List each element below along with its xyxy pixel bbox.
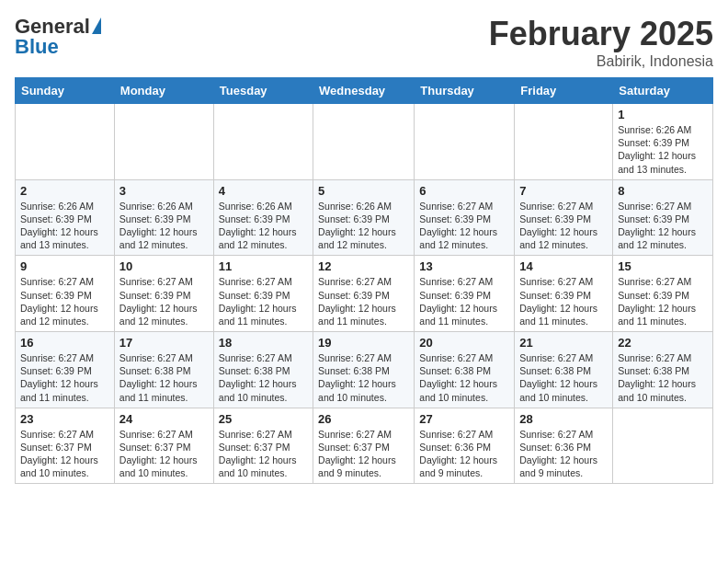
day-number: 10: [119, 259, 209, 273]
cell-info: Sunrise: 6:27 AM Sunset: 6:39 PM Dayligh…: [419, 200, 509, 252]
weekday-monday: Monday: [114, 78, 213, 104]
day-number: 17: [119, 336, 209, 350]
calendar-cell: 19Sunrise: 6:27 AM Sunset: 6:38 PM Dayli…: [313, 332, 415, 408]
cell-info: Sunrise: 6:27 AM Sunset: 6:39 PM Dayligh…: [20, 275, 109, 327]
cell-info: Sunrise: 6:27 AM Sunset: 6:38 PM Dayligh…: [618, 351, 708, 404]
cell-info: Sunrise: 6:27 AM Sunset: 6:39 PM Dayligh…: [20, 351, 109, 404]
cell-info: Sunrise: 6:27 AM Sunset: 6:39 PM Dayligh…: [618, 275, 708, 327]
cell-info: Sunrise: 6:26 AM Sunset: 6:39 PM Dayligh…: [20, 200, 109, 252]
weekday-friday: Friday: [515, 78, 613, 104]
cell-info: Sunrise: 6:27 AM Sunset: 6:38 PM Dayligh…: [419, 351, 509, 404]
calendar-cell: 28Sunrise: 6:27 AM Sunset: 6:36 PM Dayli…: [515, 408, 613, 484]
calendar-cell: [613, 408, 713, 484]
calendar-cell: [313, 104, 415, 180]
calendar-cell: 14Sunrise: 6:27 AM Sunset: 6:39 PM Dayli…: [515, 256, 613, 332]
calendar-cell: 10Sunrise: 6:27 AM Sunset: 6:39 PM Dayli…: [114, 256, 213, 332]
day-number: 4: [219, 184, 308, 198]
calendar-cell: 24Sunrise: 6:27 AM Sunset: 6:37 PM Dayli…: [114, 408, 213, 484]
page-header: General Blue February 2025 Babirik, Indo…: [15, 15, 713, 70]
day-number: 15: [618, 259, 708, 273]
cell-info: Sunrise: 6:27 AM Sunset: 6:38 PM Dayligh…: [519, 351, 608, 404]
cell-info: Sunrise: 6:27 AM Sunset: 6:39 PM Dayligh…: [318, 275, 409, 327]
day-number: 8: [618, 184, 708, 198]
day-number: 20: [419, 336, 509, 350]
calendar-cell: 5Sunrise: 6:26 AM Sunset: 6:39 PM Daylig…: [313, 179, 415, 256]
calendar-cell: [415, 104, 515, 180]
day-number: 2: [20, 184, 109, 198]
calendar-cell: 6Sunrise: 6:27 AM Sunset: 6:39 PM Daylig…: [415, 179, 515, 256]
day-number: 12: [318, 259, 409, 273]
calendar-cell: 25Sunrise: 6:27 AM Sunset: 6:37 PM Dayli…: [213, 408, 313, 484]
cell-info: Sunrise: 6:27 AM Sunset: 6:37 PM Dayligh…: [20, 428, 109, 480]
calendar-cell: 3Sunrise: 6:26 AM Sunset: 6:39 PM Daylig…: [114, 179, 213, 256]
calendar-cell: 4Sunrise: 6:26 AM Sunset: 6:39 PM Daylig…: [213, 179, 313, 256]
day-number: 23: [20, 412, 109, 426]
calendar-table: SundayMondayTuesdayWednesdayThursdayFrid…: [15, 77, 713, 484]
week-row-3: 16Sunrise: 6:27 AM Sunset: 6:39 PM Dayli…: [16, 332, 713, 408]
calendar-cell: 23Sunrise: 6:27 AM Sunset: 6:37 PM Dayli…: [16, 408, 115, 484]
weekday-saturday: Saturday: [613, 78, 713, 104]
calendar-cell: 8Sunrise: 6:27 AM Sunset: 6:39 PM Daylig…: [613, 179, 713, 256]
calendar-cell: 7Sunrise: 6:27 AM Sunset: 6:39 PM Daylig…: [515, 179, 613, 256]
day-number: 14: [519, 259, 608, 273]
day-number: 11: [219, 259, 308, 273]
logo-triangle-icon: [92, 17, 101, 34]
day-number: 27: [419, 412, 509, 426]
calendar-cell: 13Sunrise: 6:27 AM Sunset: 6:39 PM Dayli…: [415, 256, 515, 332]
cell-info: Sunrise: 6:27 AM Sunset: 6:38 PM Dayligh…: [119, 351, 209, 404]
calendar-cell: 11Sunrise: 6:27 AM Sunset: 6:39 PM Dayli…: [213, 256, 313, 332]
cell-info: Sunrise: 6:27 AM Sunset: 6:39 PM Dayligh…: [219, 275, 308, 327]
calendar-cell: 9Sunrise: 6:27 AM Sunset: 6:39 PM Daylig…: [16, 256, 115, 332]
day-number: 9: [20, 259, 109, 273]
week-row-2: 9Sunrise: 6:27 AM Sunset: 6:39 PM Daylig…: [16, 256, 713, 332]
calendar-cell: 20Sunrise: 6:27 AM Sunset: 6:38 PM Dayli…: [415, 332, 515, 408]
location: Babirik, Indonesia: [489, 53, 713, 70]
cell-info: Sunrise: 6:27 AM Sunset: 6:39 PM Dayligh…: [618, 200, 708, 252]
title-block: February 2025 Babirik, Indonesia: [489, 15, 713, 70]
day-number: 26: [318, 412, 409, 426]
cell-info: Sunrise: 6:27 AM Sunset: 6:39 PM Dayligh…: [519, 200, 608, 252]
day-number: 13: [419, 259, 509, 273]
cell-info: Sunrise: 6:26 AM Sunset: 6:39 PM Dayligh…: [618, 123, 708, 176]
day-number: 21: [519, 336, 608, 350]
calendar-cell: [114, 104, 213, 180]
weekday-wednesday: Wednesday: [313, 78, 415, 104]
calendar-cell: 17Sunrise: 6:27 AM Sunset: 6:38 PM Dayli…: [114, 332, 213, 408]
day-number: 7: [519, 184, 608, 198]
cell-info: Sunrise: 6:26 AM Sunset: 6:39 PM Dayligh…: [318, 200, 409, 252]
week-row-1: 2Sunrise: 6:26 AM Sunset: 6:39 PM Daylig…: [16, 179, 713, 256]
calendar-cell: 27Sunrise: 6:27 AM Sunset: 6:36 PM Dayli…: [415, 408, 515, 484]
cell-info: Sunrise: 6:27 AM Sunset: 6:37 PM Dayligh…: [219, 428, 308, 480]
cell-info: Sunrise: 6:26 AM Sunset: 6:39 PM Dayligh…: [119, 200, 209, 252]
calendar-cell: 12Sunrise: 6:27 AM Sunset: 6:39 PM Dayli…: [313, 256, 415, 332]
calendar-cell: 26Sunrise: 6:27 AM Sunset: 6:37 PM Dayli…: [313, 408, 415, 484]
calendar-cell: [16, 104, 115, 180]
cell-info: Sunrise: 6:27 AM Sunset: 6:39 PM Dayligh…: [119, 275, 209, 327]
day-number: 18: [219, 336, 308, 350]
calendar-cell: [213, 104, 313, 180]
cell-info: Sunrise: 6:27 AM Sunset: 6:37 PM Dayligh…: [119, 428, 209, 480]
cell-info: Sunrise: 6:26 AM Sunset: 6:39 PM Dayligh…: [219, 200, 308, 252]
day-number: 24: [119, 412, 209, 426]
calendar-cell: 22Sunrise: 6:27 AM Sunset: 6:38 PM Dayli…: [613, 332, 713, 408]
weekday-header-row: SundayMondayTuesdayWednesdayThursdayFrid…: [16, 78, 713, 104]
weekday-sunday: Sunday: [16, 78, 115, 104]
logo-blue: Blue: [15, 35, 59, 59]
cell-info: Sunrise: 6:27 AM Sunset: 6:38 PM Dayligh…: [219, 351, 308, 404]
week-row-4: 23Sunrise: 6:27 AM Sunset: 6:37 PM Dayli…: [16, 408, 713, 484]
day-number: 1: [618, 108, 708, 121]
day-number: 25: [219, 412, 308, 426]
cell-info: Sunrise: 6:27 AM Sunset: 6:39 PM Dayligh…: [519, 275, 608, 327]
calendar-cell: 18Sunrise: 6:27 AM Sunset: 6:38 PM Dayli…: [213, 332, 313, 408]
calendar-cell: 15Sunrise: 6:27 AM Sunset: 6:39 PM Dayli…: [613, 256, 713, 332]
calendar-cell: 1Sunrise: 6:26 AM Sunset: 6:39 PM Daylig…: [613, 104, 713, 180]
cell-info: Sunrise: 6:27 AM Sunset: 6:37 PM Dayligh…: [318, 428, 409, 480]
calendar-cell: [515, 104, 613, 180]
calendar-cell: 21Sunrise: 6:27 AM Sunset: 6:38 PM Dayli…: [515, 332, 613, 408]
calendar-cell: 2Sunrise: 6:26 AM Sunset: 6:39 PM Daylig…: [16, 179, 115, 256]
month-title: February 2025: [489, 15, 713, 53]
cell-info: Sunrise: 6:27 AM Sunset: 6:36 PM Dayligh…: [419, 428, 509, 480]
cell-info: Sunrise: 6:27 AM Sunset: 6:38 PM Dayligh…: [318, 351, 409, 404]
day-number: 3: [119, 184, 209, 198]
calendar-cell: 16Sunrise: 6:27 AM Sunset: 6:39 PM Dayli…: [16, 332, 115, 408]
